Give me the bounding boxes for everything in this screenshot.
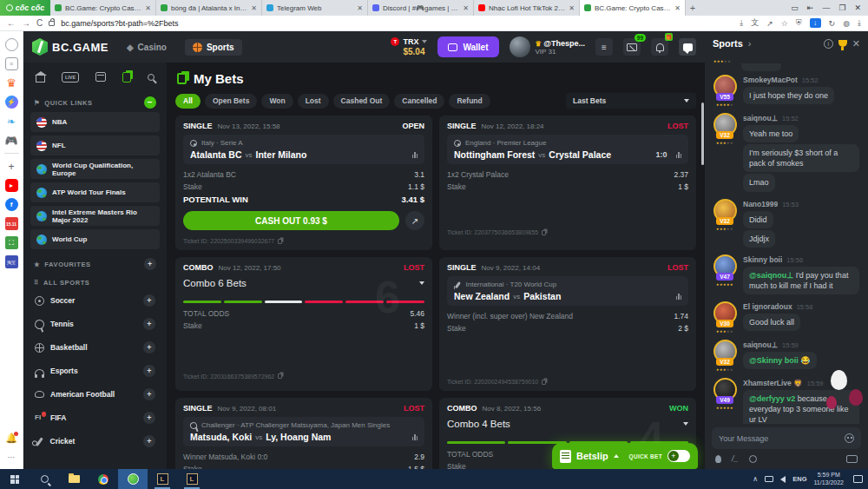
tab-close-icon[interactable]: ✕ <box>251 4 257 12</box>
inbox-button[interactable]: 99 <box>623 38 641 56</box>
minimize-button[interactable]: — <box>822 3 830 12</box>
calendar-icon[interactable] <box>95 72 106 82</box>
tab-close-icon[interactable]: ✕ <box>145 4 151 12</box>
filter-all[interactable]: All <box>175 94 201 109</box>
coccoc-button[interactable] <box>118 469 148 489</box>
emoji-icon[interactable] <box>845 433 854 443</box>
mention[interactable]: @derfyyy v2 <box>749 394 795 403</box>
chat-username[interactable]: SmokeyMacPot <box>743 76 798 84</box>
cash-out-button[interactable]: CASH OUT 0.93 $ <box>183 211 399 230</box>
new-tab-button[interactable]: + <box>686 0 700 16</box>
download-active-icon[interactable]: ↓ <box>810 18 821 28</box>
youtube-icon[interactable]: ▸ <box>5 179 18 192</box>
live-icon[interactable]: LIVE <box>62 72 79 83</box>
quick-link-wcq-europe[interactable]: World Cup Qualification, Europe <box>30 159 160 179</box>
sport-esports[interactable]: Esports+ <box>30 360 160 381</box>
betslip-bar[interactable]: Betslip QUICK BET <box>552 443 698 469</box>
speaker-icon[interactable] <box>780 476 786 483</box>
newsfeed-icon[interactable]: ≡ <box>5 57 18 70</box>
save-icon[interactable]: ⤓ <box>740 18 743 28</box>
shield-icon[interactable]: ⛨ <box>796 18 802 28</box>
back-icon[interactable]: ← <box>7 18 16 28</box>
sort-dropdown[interactable]: Last Bets <box>566 93 696 109</box>
sync-icon[interactable]: ↻ <box>829 19 836 28</box>
bcgame-logo[interactable]: BC.GAME <box>32 38 108 56</box>
url-text[interactable]: bc.game/sports?bt-path=%2Fbets <box>61 19 733 28</box>
add-favourite-button[interactable]: + <box>144 258 156 270</box>
chrome-button[interactable] <box>89 469 118 489</box>
downloads-icon[interactable]: ⤓ <box>858 18 861 28</box>
network-icon[interactable] <box>765 476 773 482</box>
tab-close-icon[interactable]: ✕ <box>357 4 363 12</box>
forward-icon[interactable]: → <box>22 18 30 28</box>
quick-link-nba[interactable]: NBA <box>30 112 160 132</box>
chat-message-input[interactable]: Your Message <box>712 427 861 449</box>
reload-icon[interactable]: C <box>36 18 43 28</box>
lol-client-button[interactable]: L <box>148 469 177 489</box>
sport-tennis[interactable]: Tennis+ <box>30 314 160 334</box>
filter-won[interactable]: Won <box>261 94 293 109</box>
quick-bet-toggle[interactable] <box>667 450 690 462</box>
quick-link-iem-rio[interactable]: Intel Extreme Masters Rio Major 2022 <box>30 206 160 226</box>
expand-icon[interactable]: + <box>143 294 155 307</box>
tab-close-icon[interactable]: ✕ <box>569 4 575 12</box>
home-icon[interactable] <box>36 76 45 83</box>
start-button[interactable] <box>0 469 30 489</box>
expand-icon[interactable]: + <box>143 412 155 424</box>
match-block[interactable]: England · Premier League Nottingham Fore… <box>447 135 688 164</box>
tab-bcgame-active[interactable]: BC.Game: Crypto Casino Ga✕ <box>580 0 686 16</box>
close-button[interactable]: ✕ <box>854 3 861 12</box>
stats-icon[interactable] <box>676 152 682 158</box>
more-icon[interactable]: ⋯ <box>5 451 18 464</box>
info-icon[interactable]: i <box>824 39 833 49</box>
taskbar-clock[interactable]: 5:59 PM11/13/2022 <box>813 472 844 487</box>
chat-messages[interactable]: ●●●●● V55●●●●● SmokeyMacPot15:52 I just … <box>705 56 868 424</box>
history-icon[interactable] <box>5 38 18 51</box>
action-center-icon[interactable] <box>853 475 863 483</box>
search-icon[interactable] <box>148 74 155 81</box>
filter-open-bets[interactable]: Open Bets <box>205 94 258 109</box>
copy-icon[interactable] <box>278 373 282 379</box>
wallet-button[interactable]: Wallet <box>437 36 498 57</box>
stats-icon[interactable] <box>676 294 682 300</box>
hidden-icons-chevron[interactable]: ∧ <box>753 475 758 483</box>
copy-icon[interactable] <box>542 230 546 235</box>
coin-icon[interactable] <box>749 455 757 463</box>
sport-american-football[interactable]: American Football+ <box>30 384 160 405</box>
lol-game-button[interactable]: L <box>177 469 207 489</box>
chat-username[interactable]: Skinny boii <box>743 255 782 264</box>
share-bet-button[interactable]: ↗ <box>405 211 424 230</box>
bird-app-icon[interactable]: ❧ <box>5 115 18 128</box>
sport-cricket[interactable]: Cricket+ <box>30 431 160 452</box>
chat-username[interactable]: saiqnou⊥ <box>743 114 778 122</box>
expand-icon[interactable]: + <box>143 388 155 400</box>
sport-basketball[interactable]: Basketball+ <box>30 337 160 358</box>
notifications-button[interactable]: 🎁 <box>651 38 668 56</box>
profile-icon[interactable]: ◍ <box>843 19 850 28</box>
slash-command-icon[interactable]: /_ <box>732 454 739 463</box>
mention[interactable]: @saiqnou⊥ <box>749 271 793 280</box>
notifications-bell-icon[interactable]: 🔔 <box>5 432 18 445</box>
collapse-quick-links-button[interactable]: − <box>144 96 156 109</box>
combo-header[interactable]: Combo 4 Bets4 <box>447 417 688 441</box>
translate-icon[interactable]: 文 <box>751 17 759 29</box>
expand-icon[interactable]: + <box>143 318 155 330</box>
bet-list-button[interactable]: ≡ <box>595 38 613 56</box>
quick-link-world-cup[interactable]: World Cup <box>30 229 160 249</box>
match-block[interactable]: Challenger · ATP Challenger Matsuyama, J… <box>183 417 424 446</box>
add-app-icon[interactable]: + <box>5 160 18 173</box>
tab-telegram[interactable]: Telegram Web✕ <box>262 0 368 16</box>
chat-username[interactable]: saiqnou⊥ <box>743 340 778 349</box>
sport-soccer[interactable]: Soccer+ <box>30 290 160 311</box>
filter-cancelled[interactable]: Cancelled <box>394 94 444 109</box>
shopping-bag-icon[interactable]: ⛶ <box>5 236 18 249</box>
tab-bcgame-1[interactable]: BC.Game: Crypto Casino Ga✕ <box>50 0 156 16</box>
chevron-right-icon[interactable]: › <box>748 38 752 49</box>
crown-shop-icon[interactable]: ♛ <box>5 76 18 89</box>
share-icon[interactable]: ↗ <box>766 19 773 28</box>
file-explorer-button[interactable] <box>59 469 89 489</box>
chat-channel-title[interactable]: Sports <box>713 38 743 49</box>
sport-fifa[interactable]: FIFIFA+ <box>30 407 160 428</box>
mention[interactable]: @Skinny boii <box>749 356 799 365</box>
gif-keyboard-icon[interactable] <box>846 455 858 463</box>
